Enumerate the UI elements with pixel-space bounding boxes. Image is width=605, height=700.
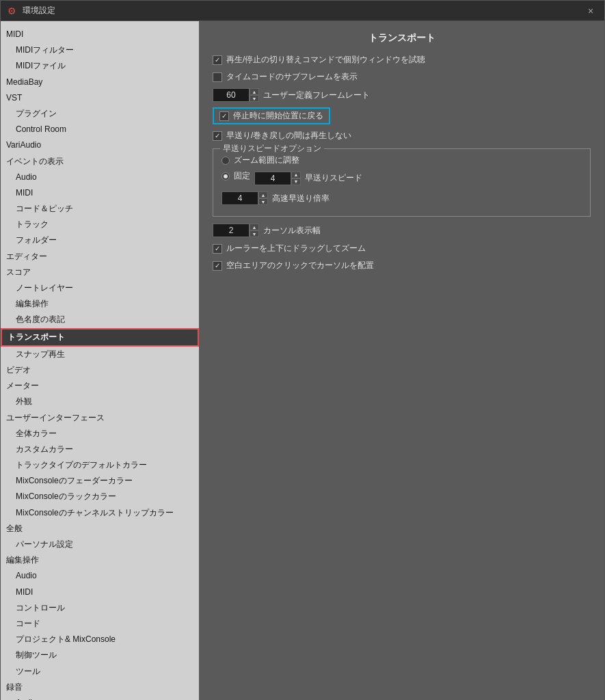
sidebar-item-project-mix[interactable]: プロジェクト& MixConsole — [1, 632, 199, 647]
high-speed-input[interactable]: 4 — [221, 191, 258, 205]
sidebar-item-event-display[interactable]: イベントの表示 — [1, 154, 199, 170]
sidebar-item-tool-ctrl[interactable]: 制御ツール — [1, 647, 199, 663]
opt1-label: 再生/停止の切り替えコマンドで個別ウィンドウを試聴 — [226, 54, 425, 66]
frame-rate-input-group: 60 ▲ ▼ — [213, 88, 259, 102]
content-area: トランスポート 再生/停止の切り替えコマンドで個別ウィンドウを試聴 タイムコード… — [199, 21, 604, 700]
return-to-start-highlight: 停止時に開始位置に戻る — [213, 107, 330, 124]
return-to-start-label: 停止時に開始位置に戻る — [233, 110, 323, 122]
checkbox-opt1-box[interactable] — [213, 55, 222, 65]
checkbox-blank-area-box[interactable] — [213, 261, 222, 271]
sidebar: MIDIMIDIフィルターMIDIファイルMediaBayVSTプラグインCon… — [1, 21, 199, 700]
sidebar-item-variaudio[interactable]: VariAudio — [1, 137, 199, 153]
checkbox-blank-area[interactable]: 空白エリアのクリックでカーソルを配置 — [213, 260, 374, 271]
window-title: 環境設定 — [23, 5, 55, 16]
sidebar-item-code[interactable]: コード — [1, 616, 199, 632]
content-title: トランスポート — [213, 32, 591, 44]
sidebar-item-midi-file[interactable]: MIDIファイル — [1, 58, 199, 74]
main-content: MIDIMIDIフィルターMIDIファイルMediaBayVSTプラグインCon… — [1, 21, 604, 700]
sidebar-item-mixconsole-fader[interactable]: MixConsoleのフェーダーカラー — [1, 473, 199, 489]
sidebar-item-score[interactable]: スコア — [1, 265, 199, 280]
checkbox-return[interactable]: 停止時に開始位置に戻る — [219, 110, 323, 122]
radio-fixed[interactable]: 固定 — [221, 170, 250, 182]
sidebar-item-folder[interactable]: フォルダー — [1, 232, 199, 248]
sidebar-item-global-color[interactable]: 全体カラー — [1, 426, 199, 442]
sidebar-item-editor[interactable]: エディター — [1, 249, 199, 265]
sidebar-item-edit-op2[interactable]: 編集操作 — [1, 552, 199, 568]
cursor-width-label: カーソル表示幅 — [263, 225, 321, 237]
radio-zoom-adjust[interactable]: ズーム範囲に調整 — [221, 154, 582, 166]
no-play-label: 早送り/巻き戻しの間は再生しない — [226, 130, 351, 142]
sidebar-item-snap-play[interactable]: スナップ再生 — [1, 347, 199, 362]
sidebar-item-personal[interactable]: パーソナル設定 — [1, 537, 199, 552]
sidebar-item-general[interactable]: 全般 — [1, 521, 199, 537]
checkbox-no-play[interactable]: 早送り/巻き戻しの間は再生しない — [213, 130, 351, 142]
sidebar-item-midi-filter[interactable]: MIDIフィルター — [1, 42, 199, 58]
sidebar-item-plugin[interactable]: プラグイン — [1, 106, 199, 122]
checkbox-opt1[interactable]: 再生/停止の切り替えコマンドで個別ウィンドウを試聴 — [213, 54, 425, 66]
sidebar-item-meter[interactable]: メーター — [1, 378, 199, 394]
sidebar-item-video[interactable]: ビデオ — [1, 362, 199, 378]
no-play-row: 早送り/巻き戻しの間は再生しない — [213, 130, 591, 142]
cursor-width-down[interactable]: ▼ — [250, 230, 259, 237]
sidebar-item-audio[interactable]: Audio — [1, 170, 199, 185]
checkbox-ruler-zoom-box[interactable] — [213, 244, 222, 254]
radio-zoom-box[interactable] — [221, 157, 230, 165]
checkbox-opt2-box[interactable] — [213, 72, 222, 82]
return-to-start-row: 停止時に開始位置に戻る — [213, 107, 591, 124]
sidebar-item-midi2[interactable]: MIDI — [1, 185, 199, 201]
sidebar-item-midi3[interactable]: MIDI — [1, 584, 199, 600]
checkbox-return-box[interactable] — [219, 111, 229, 121]
ruler-zoom-row: ルーラーを上下にドラッグしてズーム — [213, 243, 591, 254]
sidebar-item-audio2[interactable]: Audio — [1, 568, 199, 584]
sidebar-item-chord-pitch[interactable]: コード＆ピッチ — [1, 201, 199, 217]
fixed-down[interactable]: ▼ — [291, 178, 301, 185]
sidebar-item-mediabay[interactable]: MediaBay — [1, 75, 199, 90]
sidebar-item-recording[interactable]: 録音 — [1, 679, 199, 695]
high-speed-label: 高速早送り倍率 — [272, 193, 330, 204]
cursor-width-input[interactable]: 2 — [213, 224, 250, 237]
main-window: ⚙ 環境設定 × MIDIMIDIフィルターMIDIファイルMediaBayVS… — [0, 0, 605, 700]
sidebar-item-midi[interactable]: MIDI — [1, 27, 199, 42]
blank-area-label: 空白エリアのクリックでカーソルを配置 — [226, 260, 374, 271]
fast-forward-speed-label: 早送りスピード — [305, 172, 362, 184]
fixed-arrows: ▲ ▼ — [291, 172, 301, 185]
blank-area-row: 空白エリアのクリックでカーソルを配置 — [213, 260, 591, 271]
sidebar-item-control-room[interactable]: Control Room — [1, 122, 199, 137]
fixed-value-input[interactable]: 4 — [254, 172, 291, 185]
checkbox-ruler-zoom[interactable]: ルーラーを上下にドラッグしてズーム — [213, 243, 366, 254]
sidebar-item-user-interface[interactable]: ユーザーインターフェース — [1, 410, 199, 426]
sidebar-item-control[interactable]: コントロール — [1, 600, 199, 616]
checkbox-opt2[interactable]: タイムコードのサブフレームを表示 — [213, 71, 358, 83]
sidebar-item-custom-color[interactable]: カスタムカラー — [1, 442, 199, 457]
high-speed-down[interactable]: ▼ — [258, 198, 268, 205]
sidebar-item-font-display[interactable]: 色名度の表記 — [1, 312, 199, 327]
fixed-up[interactable]: ▲ — [291, 172, 301, 178]
frame-rate-up[interactable]: ▲ — [250, 88, 259, 95]
sidebar-item-mixconsole-rack[interactable]: MixConsoleのラックカラー — [1, 489, 199, 504]
sidebar-item-tools[interactable]: ツール — [1, 664, 199, 679]
sidebar-item-transport[interactable]: トランスポート — [1, 328, 199, 347]
fixed-row: 固定 4 ▲ ▼ 早送りスピード — [221, 170, 582, 186]
sidebar-item-edit-op[interactable]: 編集操作 — [1, 296, 199, 312]
sidebar-item-track-default-color[interactable]: トラックタイプのデフォルトカラー — [1, 457, 199, 473]
sidebar-item-appearance[interactable]: 外観 — [1, 394, 199, 409]
fast-forward-group-title: 早送りスピードオプション — [220, 143, 324, 154]
title-bar: ⚙ 環境設定 × — [1, 1, 604, 21]
high-speed-arrows: ▲ ▼ — [258, 191, 268, 205]
sidebar-item-track[interactable]: トラック — [1, 217, 199, 232]
sidebar-item-audio3[interactable]: Audio — [1, 695, 199, 700]
frame-rate-down[interactable]: ▼ — [250, 95, 259, 102]
cursor-width-up[interactable]: ▲ — [250, 224, 259, 230]
high-speed-up[interactable]: ▲ — [258, 191, 268, 198]
frame-rate-arrows: ▲ ▼ — [250, 88, 259, 102]
sidebar-item-note-layer[interactable]: ノートレイヤー — [1, 280, 199, 296]
frame-rate-row: 60 ▲ ▼ ユーザー定義フレームレート — [213, 88, 591, 102]
opt2-label: タイムコードのサブフレームを表示 — [226, 71, 358, 83]
radio-fixed-box[interactable] — [221, 172, 230, 180]
checkbox-no-play-box[interactable] — [213, 131, 222, 141]
close-button[interactable]: × — [584, 4, 597, 18]
frame-rate-input[interactable]: 60 — [213, 88, 250, 102]
sidebar-item-vst[interactable]: VST — [1, 90, 199, 106]
sidebar-item-mixconsole-strip[interactable]: MixConsoleのチャンネルストリップカラー — [1, 505, 199, 521]
high-speed-row: 4 ▲ ▼ 高速早送り倍率 — [221, 191, 582, 205]
